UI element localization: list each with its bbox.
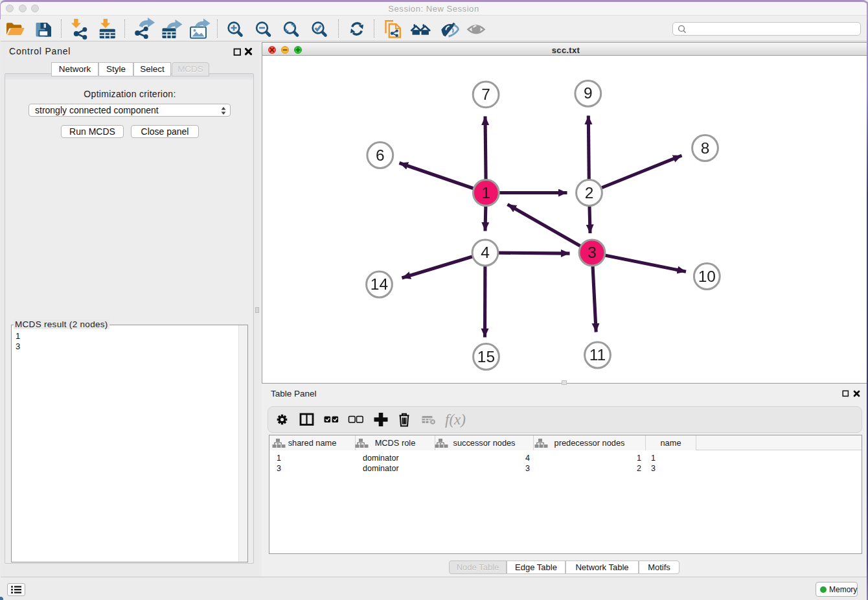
svg-text:4: 4	[481, 244, 490, 261]
svg-text:1: 1	[481, 184, 490, 202]
svg-text:10: 10	[698, 268, 716, 285]
svg-text:14: 14	[371, 275, 388, 293]
svg-text:2: 2	[585, 184, 594, 202]
svg-text:f(x): f(x)	[445, 411, 466, 428]
svg-text:3: 3	[588, 244, 597, 261]
svg-text:8: 8	[701, 139, 710, 157]
svg-text:7: 7	[481, 86, 490, 103]
svg-text:15: 15	[477, 348, 495, 365]
svg-text:11: 11	[589, 346, 606, 363]
svg-text:6: 6	[376, 146, 385, 164]
svg-text:9: 9	[584, 84, 593, 102]
